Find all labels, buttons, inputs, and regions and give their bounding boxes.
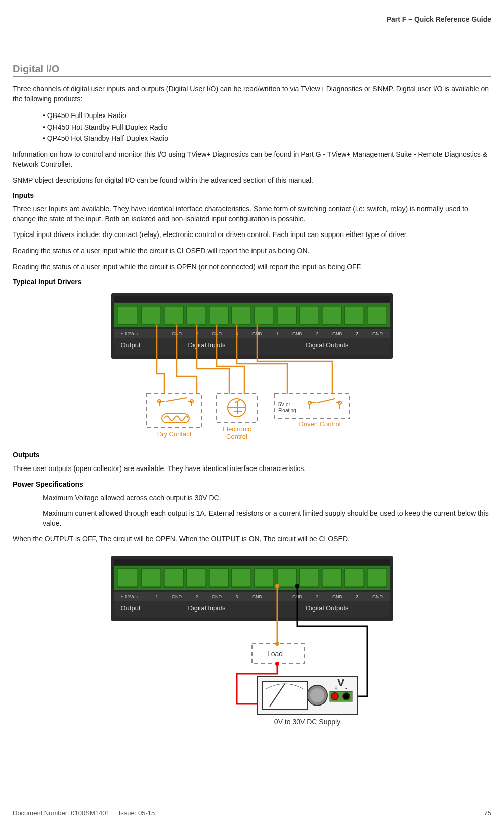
dry-contact-label: Dry Contact <box>157 430 192 438</box>
svg-rect-80 <box>322 569 341 587</box>
output-diagram-svg: + 12Vdc - 1 GND 2 GND 3 GND 1 GND 2 GND … <box>111 556 393 727</box>
outputs-p2: When the OUTPUT is OFF, The circuit will… <box>13 534 491 544</box>
svg-text:3: 3 <box>235 594 238 599</box>
svg-text:Digital Inputs: Digital Inputs <box>188 604 226 612</box>
svg-text:GND: GND <box>172 594 182 599</box>
svg-text:GND: GND <box>332 331 343 336</box>
svg-rect-38 <box>117 306 138 324</box>
outputs-heading: Outputs <box>13 451 491 459</box>
inputs-p2: Typical input drivers include: dry conta… <box>13 230 491 240</box>
doc-number: Document Number: 0100SM1401 <box>13 809 110 817</box>
svg-text:Control: Control <box>226 433 247 439</box>
svg-rect-72 <box>142 569 161 587</box>
svg-text:GND: GND <box>292 331 303 336</box>
inputs-p3: Reading the status of a user input while… <box>13 246 491 256</box>
svg-text:Digital Outputs: Digital Outputs <box>306 341 349 349</box>
inputs-heading: Inputs <box>13 191 491 199</box>
svg-rect-51 <box>114 559 390 565</box>
electronic-control-label: Electronic <box>222 425 251 433</box>
intro-paragraph-2: Information on how to control and monito… <box>13 150 491 169</box>
svg-rect-43 <box>232 306 251 324</box>
svg-text:Digital Outputs: Digital Outputs <box>306 604 349 612</box>
load-label: Load <box>267 650 283 658</box>
svg-text:+ 12Vdc -: + 12Vdc - <box>121 331 141 336</box>
intro-paragraph-3: SNMP object descriptions for digital I/O… <box>13 176 491 186</box>
svg-rect-46 <box>300 306 319 324</box>
part-header: Part F – Quick Reference Guide <box>13 15 491 23</box>
svg-rect-49 <box>367 306 387 324</box>
svg-text:GND: GND <box>372 331 383 336</box>
svg-rect-30 <box>162 414 189 423</box>
typical-drivers-heading: Typical Input Drivers <box>13 278 491 286</box>
diagram-input-drivers: + 12Vdc - 1 GND 2 GND 3 GND 1 GND 2 GND … <box>13 293 491 441</box>
svg-rect-74 <box>187 569 206 587</box>
page-footer: Document Number: 0100SM1401 Issue: 05-15… <box>13 809 491 817</box>
svg-rect-39 <box>142 306 161 324</box>
svg-text:1: 1 <box>276 331 278 336</box>
svg-text:Floating: Floating <box>278 408 296 413</box>
svg-text:-: - <box>345 685 347 692</box>
svg-text:2: 2 <box>316 594 318 599</box>
product-item: QP450 Hot Standby Half Duplex Radio <box>43 133 491 144</box>
power-spec-heading: Power Specifications <box>13 480 491 488</box>
svg-point-91 <box>310 688 324 702</box>
diagram-output: + 12Vdc - 1 GND 2 GND 3 GND 1 GND 2 GND … <box>13 552 491 729</box>
svg-text:GND: GND <box>252 594 263 599</box>
section-title: Digital I/O <box>13 63 491 77</box>
svg-text:Output: Output <box>120 604 140 612</box>
svg-text:2: 2 <box>195 594 198 599</box>
svg-rect-77 <box>255 569 274 587</box>
inputs-p4: Reading the status of a user input while… <box>13 262 491 272</box>
svg-text:2: 2 <box>316 331 318 336</box>
svg-rect-75 <box>209 569 228 587</box>
voltage-note: 5V or <box>278 402 291 407</box>
page-number: 75 <box>484 809 491 817</box>
svg-rect-42 <box>209 306 228 324</box>
svg-rect-40 <box>164 306 183 324</box>
svg-text:GND: GND <box>212 594 222 599</box>
svg-rect-82 <box>367 569 387 587</box>
svg-rect-1 <box>114 296 390 302</box>
svg-rect-81 <box>345 569 364 587</box>
svg-point-86 <box>275 642 279 646</box>
svg-rect-48 <box>345 306 364 324</box>
svg-rect-45 <box>277 306 296 324</box>
svg-text:+: + <box>334 685 338 692</box>
svg-text:GND: GND <box>332 594 343 599</box>
input-drivers-svg: + 12Vdc - 1 GND 2 GND 3 GND 1 GND 2 GND … <box>111 293 393 439</box>
svg-rect-44 <box>255 306 274 324</box>
svg-rect-71 <box>117 569 138 587</box>
svg-rect-78 <box>277 569 296 587</box>
intro-paragraph-1: Three channels of digital user inputs an… <box>13 84 491 104</box>
svg-text:Digital Inputs: Digital Inputs <box>188 341 226 349</box>
svg-text:V: V <box>337 676 345 689</box>
svg-rect-76 <box>232 569 251 587</box>
svg-point-94 <box>343 693 350 700</box>
power-spec-p1: Maximum Voltage allowed across each outp… <box>43 493 491 503</box>
svg-rect-73 <box>164 569 183 587</box>
svg-rect-47 <box>322 306 341 324</box>
svg-rect-89 <box>262 681 307 709</box>
products-list: QB450 Full Duplex Radio QH450 Hot Standb… <box>43 110 491 144</box>
svg-text:GND: GND <box>372 594 383 599</box>
driven-control-label: Driven Control <box>299 420 340 428</box>
product-item: QH450 Hot Standby Full Duplex Radio <box>43 122 491 133</box>
svg-point-93 <box>331 693 338 700</box>
svg-rect-41 <box>187 306 206 324</box>
inputs-p1: Three user Inputs are available. They ha… <box>13 204 491 224</box>
svg-text:3: 3 <box>356 331 358 336</box>
svg-rect-79 <box>300 569 319 587</box>
svg-text:+ 12Vdc -: + 12Vdc - <box>121 594 141 599</box>
svg-text:Output: Output <box>120 341 140 349</box>
issue-number: Issue: 05-15 <box>119 809 155 817</box>
outputs-p1: Three user outputs (open collector) are … <box>13 464 491 474</box>
product-item: QB450 Full Duplex Radio <box>43 110 491 121</box>
svg-text:3: 3 <box>356 594 358 599</box>
power-spec-p2: Maximum current allowed through each out… <box>43 509 491 528</box>
svg-text:1: 1 <box>155 594 158 599</box>
supply-label: 0V to 30V DC Supply <box>274 718 340 726</box>
